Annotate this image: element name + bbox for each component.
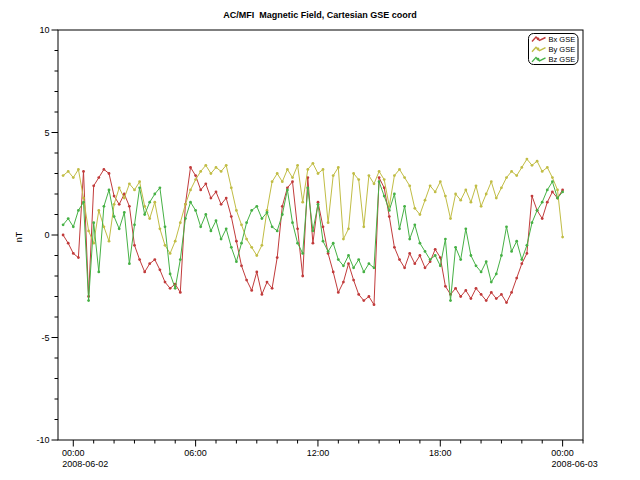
data-point xyxy=(495,297,498,300)
data-point xyxy=(312,230,315,233)
data-point xyxy=(398,168,401,171)
data-point xyxy=(551,176,554,179)
data-point xyxy=(378,180,381,183)
data-point xyxy=(561,236,564,239)
y-tick-label: 5 xyxy=(44,128,49,138)
data-point xyxy=(123,211,126,214)
data-point xyxy=(215,166,218,169)
data-point xyxy=(485,193,488,196)
data-point xyxy=(215,219,218,222)
data-point xyxy=(306,186,309,189)
data-point xyxy=(230,186,233,189)
data-point xyxy=(439,264,442,267)
data-point xyxy=(261,244,264,247)
data-point xyxy=(255,205,258,208)
data-point xyxy=(470,297,473,300)
data-point xyxy=(276,230,279,233)
data-point xyxy=(261,293,264,296)
legend-label-bz-gse: Bz GSE xyxy=(549,55,576,64)
data-point xyxy=(215,191,218,194)
data-point xyxy=(362,225,365,228)
data-point xyxy=(526,158,529,161)
data-point xyxy=(210,230,213,233)
data-point xyxy=(475,184,478,187)
data-point xyxy=(153,193,156,196)
data-point xyxy=(368,262,371,265)
data-point xyxy=(235,240,238,243)
data-point xyxy=(301,201,304,204)
y-axis: -10-50510 xyxy=(36,25,58,445)
data-point xyxy=(230,215,233,218)
data-point xyxy=(235,260,238,263)
y-tick-label: 0 xyxy=(44,230,49,240)
data-point xyxy=(255,271,258,274)
data-point xyxy=(373,182,376,185)
data-point xyxy=(204,164,207,167)
data-point xyxy=(393,193,396,196)
data-point xyxy=(97,209,100,212)
legend: Bx GSEBy GSEBz GSE xyxy=(529,34,579,65)
data-point xyxy=(444,285,447,288)
data-point xyxy=(505,176,508,179)
data-point xyxy=(67,170,70,173)
data-point xyxy=(148,217,151,220)
data-point xyxy=(87,299,90,302)
data-point xyxy=(500,254,503,257)
data-point xyxy=(332,242,335,245)
data-point xyxy=(337,291,340,294)
data-point xyxy=(373,266,376,269)
data-point xyxy=(97,176,100,179)
data-point xyxy=(108,240,111,243)
data-point xyxy=(225,197,228,200)
data-point xyxy=(444,195,447,198)
data-point xyxy=(184,203,187,206)
data-point xyxy=(368,174,371,177)
data-point xyxy=(500,186,503,189)
data-point xyxy=(159,268,162,271)
data-point xyxy=(485,299,488,302)
data-point xyxy=(526,252,529,255)
data-point xyxy=(138,186,141,189)
data-point xyxy=(434,248,437,251)
x-date-label: 2008-06-03 xyxy=(552,459,598,469)
data-point xyxy=(169,273,172,276)
data-point xyxy=(352,266,355,269)
data-point xyxy=(403,205,406,208)
data-point xyxy=(174,240,177,243)
x-tick-label: 12:00 xyxy=(307,448,330,458)
data-point xyxy=(199,170,202,173)
data-point xyxy=(103,225,106,228)
data-point xyxy=(531,221,534,224)
data-point xyxy=(398,258,401,261)
data-point xyxy=(281,205,284,208)
data-point xyxy=(413,223,416,226)
data-point xyxy=(362,299,365,302)
data-point xyxy=(164,244,167,247)
data-point xyxy=(220,238,223,241)
data-point xyxy=(531,195,534,198)
data-point xyxy=(92,184,95,187)
data-point xyxy=(103,168,106,171)
data-point xyxy=(357,293,360,296)
x-minor-ticks xyxy=(94,440,583,444)
data-point xyxy=(444,238,447,241)
data-point xyxy=(378,170,381,173)
data-point xyxy=(327,221,330,224)
data-point xyxy=(62,223,65,226)
legend-label-bx-gse: Bx GSE xyxy=(549,35,576,44)
data-point xyxy=(255,254,258,257)
data-point xyxy=(266,281,269,284)
data-point xyxy=(459,295,462,298)
data-point xyxy=(475,264,478,267)
data-point xyxy=(546,189,549,192)
data-point xyxy=(261,217,264,220)
data-point xyxy=(118,227,121,230)
data-point xyxy=(464,227,467,230)
data-point xyxy=(541,170,544,173)
data-point xyxy=(103,205,106,208)
data-point xyxy=(322,225,325,228)
legend-marker-dot-bx-gse xyxy=(537,37,540,40)
data-point xyxy=(77,209,80,212)
data-point xyxy=(490,180,493,183)
data-point xyxy=(546,201,549,204)
